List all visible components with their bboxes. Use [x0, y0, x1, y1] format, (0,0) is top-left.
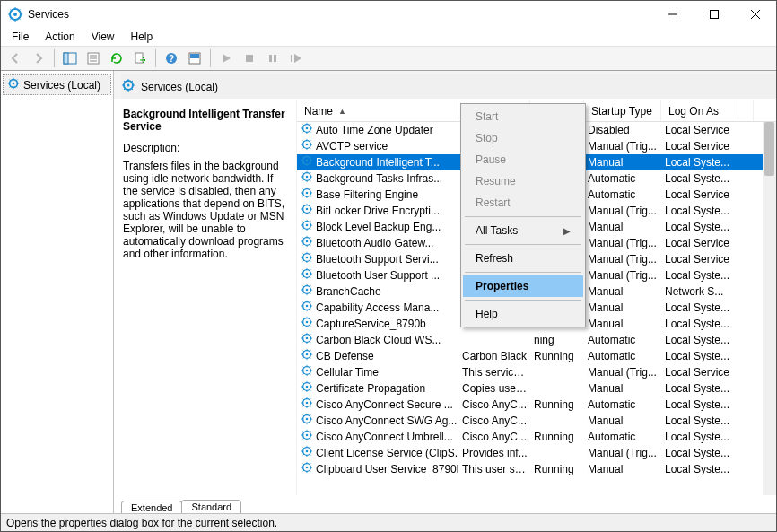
service-name-label: Cisco AnyConnect SWG Ag...	[316, 413, 457, 429]
cell-startup: Manual	[584, 300, 661, 316]
cell-description: Carbon Black	[458, 348, 530, 364]
scrollbar-thumb[interactable]	[764, 122, 774, 176]
cell-description: Cisco AnyC...	[458, 413, 530, 429]
col-startup[interactable]: Startup Type	[584, 100, 661, 121]
service-row[interactable]: Cisco AnyConnect SWG Ag...Cisco AnyC...M…	[297, 413, 776, 429]
cell-logon: Local Syste...	[661, 316, 738, 332]
menu-view[interactable]: View	[84, 29, 122, 45]
cell-name: Block Level Backup Eng...	[297, 219, 458, 235]
forward-button[interactable]	[28, 48, 49, 69]
svg-rect-12	[269, 55, 272, 62]
service-name-label: Base Filtering Engine	[316, 187, 418, 203]
cell-name: Base Filtering Engine	[297, 187, 458, 203]
menubar: File Action View Help	[1, 28, 776, 46]
cell-name: Cellular Time	[297, 364, 458, 380]
cell-logon: Local Syste...	[661, 203, 738, 219]
svg-point-32	[306, 223, 309, 226]
ctx-pause[interactable]: Pause	[463, 149, 583, 170]
close-button[interactable]	[735, 1, 776, 28]
vertical-scrollbar[interactable]	[763, 122, 776, 495]
restart-service-button[interactable]	[285, 48, 307, 69]
gear-icon	[301, 251, 313, 267]
ctx-stop[interactable]: Stop	[463, 127, 583, 149]
svg-rect-14	[291, 55, 292, 62]
cell-name: Clipboard User Service_8790b	[297, 461, 458, 477]
service-row[interactable]: Clipboard User Service_8790bThis user se…	[297, 461, 776, 477]
ctx-help[interactable]: Help	[463, 303, 583, 325]
service-row[interactable]: Cellular TimeThis service ...Manual (Tri…	[297, 364, 776, 380]
detail-panel: Background Intelligent Transfer Service …	[114, 100, 297, 495]
refresh-button[interactable]	[106, 48, 127, 69]
svg-point-40	[306, 288, 309, 291]
svg-point-38	[306, 272, 309, 275]
cell-status: Running	[530, 397, 584, 413]
cell-name: Bluetooth User Support ...	[297, 267, 458, 283]
cell-status	[530, 445, 584, 461]
pause-service-button[interactable]	[262, 48, 284, 69]
ctx-resume[interactable]: Resume	[463, 170, 583, 192]
ctx-properties[interactable]: Properties	[463, 275, 583, 297]
service-row[interactable]: Cisco AnyConnect Umbrell...Cisco AnyC...…	[297, 429, 776, 445]
service-name-label: Capability Access Mana...	[316, 300, 439, 316]
pane-title: Services (Local)	[141, 81, 218, 93]
filter-button[interactable]	[184, 48, 205, 69]
svg-point-26	[306, 175, 309, 178]
service-name-label: Cisco AnyConnect Umbrell...	[316, 429, 453, 445]
show-hide-tree-button[interactable]	[59, 48, 81, 69]
service-row[interactable]: Cisco AnyConnect Secure ...Cisco AnyC...…	[297, 397, 776, 413]
left-tree: Services (Local)	[1, 71, 114, 513]
cell-description: This service ...	[458, 364, 530, 380]
ctx-start[interactable]: Start	[463, 106, 583, 127]
col-name[interactable]: Name▲	[297, 100, 458, 121]
tab-standard[interactable]: Standard	[181, 500, 241, 513]
maximize-button[interactable]	[694, 1, 735, 28]
svg-point-24	[306, 159, 309, 161]
help-button[interactable]: ?	[161, 48, 182, 69]
ctx-restart[interactable]: Restart	[463, 192, 583, 214]
gear-icon	[301, 332, 313, 348]
cell-name: CB Defense	[297, 348, 458, 364]
gear-icon	[301, 364, 313, 380]
cell-status: Running	[530, 429, 584, 445]
service-name-label: Background Intelligent T...	[316, 154, 440, 170]
main-body: Background Intelligent Transfer Service …	[114, 100, 776, 495]
content: Services (Local) Services (Local) Backgr…	[1, 71, 776, 513]
back-button[interactable]	[4, 48, 26, 69]
main-pane-header: Services (Local)	[114, 71, 776, 100]
gear-icon	[301, 138, 313, 154]
services-icon	[8, 7, 22, 22]
export-button[interactable]	[129, 48, 151, 69]
cell-name: Cisco AnyConnect Secure ...	[297, 397, 458, 413]
cell-startup: Manual (Trig...	[584, 235, 661, 251]
gear-icon	[121, 78, 135, 95]
cell-startup: Disabled	[584, 122, 661, 138]
service-row[interactable]: Carbon Black Cloud WS...ningAutomaticLoc…	[297, 332, 776, 348]
cell-startup: Manual (Trig...	[584, 203, 661, 219]
context-menu: Start Stop Pause Resume Restart All Task…	[460, 103, 586, 327]
tree-root-item[interactable]: Services (Local)	[3, 74, 111, 95]
menu-file[interactable]: File	[4, 29, 36, 45]
cell-status	[530, 380, 584, 397]
service-name-label: CB Defense	[316, 348, 374, 364]
service-row[interactable]: Certificate PropagationCopies user ...Ma…	[297, 380, 776, 397]
minimize-button[interactable]	[652, 1, 694, 28]
svg-rect-13	[274, 55, 276, 62]
menu-help[interactable]: Help	[124, 29, 161, 45]
cell-logon: Local Syste...	[661, 397, 738, 413]
col-logon[interactable]: Log On As	[661, 100, 738, 121]
cell-description: Copies user ...	[458, 380, 530, 397]
stop-service-button[interactable]	[239, 48, 260, 69]
ctx-all-tasks[interactable]: All Tasks▶	[463, 220, 583, 241]
tab-extended[interactable]: Extended	[121, 501, 182, 513]
properties-button[interactable]	[83, 48, 104, 69]
service-row[interactable]: Client License Service (ClipS...Provides…	[297, 445, 776, 461]
ctx-refresh[interactable]: Refresh	[463, 248, 583, 269]
gear-icon	[301, 316, 313, 332]
menu-action[interactable]: Action	[38, 29, 82, 45]
cell-logon: Local Syste...	[661, 380, 738, 397]
service-row[interactable]: CB DefenseCarbon BlackRunningAutomaticLo…	[297, 348, 776, 364]
start-service-button[interactable]	[215, 48, 237, 69]
cell-name: AVCTP service	[297, 138, 458, 154]
cell-name: Auto Time Zone Updater	[297, 122, 458, 138]
gear-icon	[301, 461, 313, 477]
